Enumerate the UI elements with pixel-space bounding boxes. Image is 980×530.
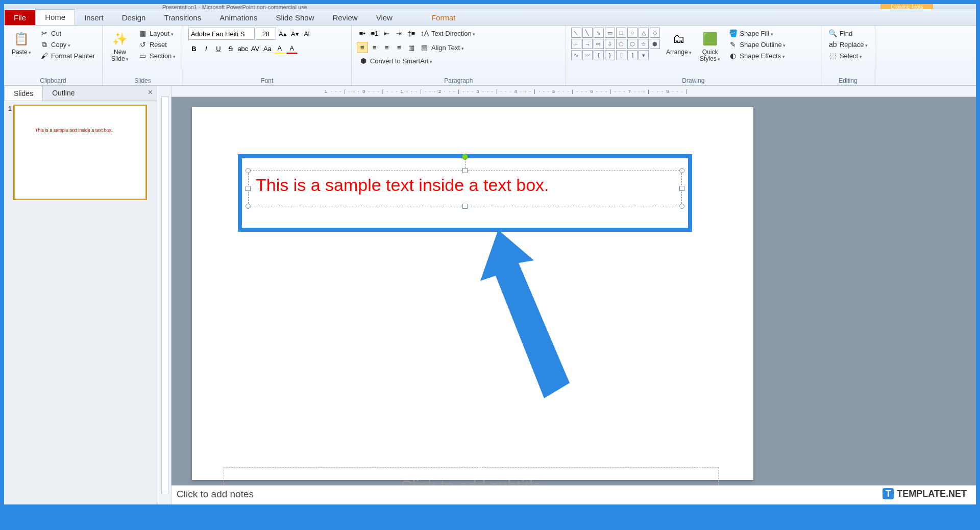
underline-button[interactable]: U: [213, 43, 224, 54]
shape-pentagon-icon[interactable]: ⬠: [616, 39, 626, 49]
canvas-area: 1 · · · | · · · 0 · · · | · · · 1 · · · …: [172, 86, 976, 504]
resize-handle-sw[interactable]: [246, 204, 251, 209]
work-area: Slides Outline × 1 This is a sample text…: [4, 86, 976, 504]
annotation-arrow: [462, 230, 595, 400]
char-spacing-button[interactable]: AV: [250, 43, 261, 54]
format-painter-button[interactable]: 🖌Format Painter: [38, 50, 97, 61]
columns-button[interactable]: ▥: [406, 42, 417, 53]
shape-bracket-icon[interactable]: ⌈: [616, 50, 626, 60]
tab-design[interactable]: Design: [113, 10, 155, 25]
font-name-select[interactable]: [188, 28, 255, 40]
tab-review[interactable]: Review: [323, 10, 366, 25]
tab-home[interactable]: Home: [35, 9, 75, 25]
font-color-button[interactable]: A: [286, 43, 298, 54]
shape-star-icon[interactable]: ☆: [639, 39, 649, 49]
shape-arrow-icon[interactable]: ⇩: [605, 39, 615, 49]
subtitle-placeholder[interactable]: Click to add subtitle: [224, 467, 719, 485]
dec-indent-button[interactable]: ⇤: [381, 28, 393, 39]
text-direction-button[interactable]: ↕AText Direction: [418, 28, 477, 39]
paste-button[interactable]: 📋 Paste: [9, 28, 34, 57]
align-left-button[interactable]: ≡: [357, 42, 368, 53]
tab-slideshow[interactable]: Slide Show: [266, 10, 323, 25]
italic-button[interactable]: I: [201, 43, 212, 54]
shape-curve-icon[interactable]: 〰: [582, 50, 593, 60]
shape-square-icon[interactable]: □: [616, 28, 626, 38]
numbering-button[interactable]: ≡1: [369, 28, 380, 39]
layout-button[interactable]: ▦Layout: [136, 28, 178, 39]
select-icon: ⬚: [828, 51, 838, 60]
shape-elbow-icon[interactable]: ¬: [582, 39, 593, 49]
resize-handle-nw[interactable]: [246, 168, 251, 173]
clear-formatting-button[interactable]: A⃠: [302, 28, 313, 39]
slide-thumbnail-1[interactable]: This is a sample text inside a text box.: [14, 105, 146, 200]
shape-callout-icon[interactable]: ⬢: [650, 39, 660, 49]
arrange-button[interactable]: 🗂 Arrange: [664, 28, 694, 57]
tab-transitions[interactable]: Transitions: [155, 10, 210, 25]
canvas-scroll[interactable]: This is a sample text inside a text box.…: [172, 97, 976, 485]
shape-outline-button[interactable]: ✎Shape Outline: [726, 39, 788, 50]
tab-view[interactable]: View: [367, 10, 402, 25]
shape-arrow-icon[interactable]: ↘: [594, 28, 604, 38]
shape-brace-icon[interactable]: {: [594, 50, 604, 60]
bold-button[interactable]: B: [188, 43, 200, 54]
quick-styles-button[interactable]: 🟩 Quick Styles: [698, 28, 722, 63]
shape-effects-button[interactable]: ◐Shape Effects: [726, 50, 788, 61]
shape-fill-button[interactable]: 🪣Shape Fill: [726, 28, 788, 39]
shape-triangle-icon[interactable]: △: [639, 28, 649, 38]
align-right-button[interactable]: ≡: [381, 42, 393, 53]
highlight-color-button[interactable]: A: [274, 43, 285, 54]
slide-canvas[interactable]: This is a sample text inside a text box.…: [192, 107, 753, 480]
resize-handle-se[interactable]: [679, 204, 684, 209]
select-button[interactable]: ⬚Select: [826, 50, 870, 61]
resize-handle-n[interactable]: [462, 168, 468, 173]
reset-button[interactable]: ↺Reset: [136, 39, 178, 50]
shape-line-icon[interactable]: ╲: [582, 28, 593, 38]
shape-rect-icon[interactable]: ▭: [605, 28, 615, 38]
shape-elbow-icon[interactable]: ⌐: [571, 39, 581, 49]
find-button[interactable]: 🔍Find: [826, 28, 870, 39]
font-size-select[interactable]: [256, 28, 276, 40]
align-text-button[interactable]: ▤Align Text: [418, 42, 466, 53]
shape-brace-icon[interactable]: }: [605, 50, 615, 60]
grow-font-button[interactable]: A▴: [277, 28, 288, 39]
change-case-button[interactable]: Aa: [262, 43, 273, 54]
shape-bracket-icon[interactable]: ⌉: [627, 50, 638, 60]
shape-diamond-icon[interactable]: ◇: [650, 28, 660, 38]
copy-button[interactable]: ⧉Copy: [38, 39, 97, 50]
cut-button[interactable]: ✂Cut: [38, 28, 97, 39]
replace-button[interactable]: abReplace: [826, 39, 870, 50]
shapes-gallery[interactable]: ＼ ╲ ↘ ▭ □ ○ △ ◇ ⌐ ¬ ⇨ ⇩ ⬠ ⬡ ☆ ⬢ ∿: [571, 28, 660, 60]
inc-indent-button[interactable]: ⇥: [394, 28, 405, 39]
bullets-button[interactable]: ≡•: [357, 28, 368, 39]
shape-line-icon[interactable]: ＼: [571, 28, 581, 38]
section-button[interactable]: ▭Section: [136, 50, 178, 61]
slides-tab[interactable]: Slides: [4, 86, 43, 101]
justify-button[interactable]: ≡: [394, 42, 405, 53]
textbox-content[interactable]: This is a sample text inside a text box.: [249, 171, 681, 199]
line-spacing-button[interactable]: ‡≡: [406, 28, 417, 39]
strikethrough-button[interactable]: S: [225, 43, 236, 54]
resize-handle-e[interactable]: [679, 186, 684, 191]
tab-insert[interactable]: Insert: [75, 10, 113, 25]
tab-format[interactable]: Format: [422, 10, 465, 25]
outline-tab[interactable]: Outline: [43, 86, 84, 101]
new-slide-button[interactable]: ✨ New Slide: [108, 28, 132, 63]
tab-animations[interactable]: Animations: [210, 10, 266, 25]
shape-circle-icon[interactable]: ○: [627, 28, 638, 38]
align-center-button[interactable]: ≡: [369, 42, 380, 53]
file-tab[interactable]: File: [5, 10, 35, 25]
close-panel-button[interactable]: ×: [144, 86, 157, 101]
shape-hexagon-icon[interactable]: ⬡: [627, 39, 638, 49]
resize-handle-ne[interactable]: [679, 168, 684, 173]
selected-textbox[interactable]: This is a sample text inside a text box.: [248, 171, 682, 206]
group-clipboard: 📋 Paste ✂Cut ⧉Copy 🖌Format Painter Clipb…: [4, 26, 103, 85]
convert-smartart-button[interactable]: ⬢Convert to SmartArt: [357, 55, 560, 66]
notes-pane[interactable]: Click to add notes: [172, 485, 976, 504]
shape-arrow-icon[interactable]: ⇨: [594, 39, 604, 49]
shadow-button[interactable]: abc: [237, 43, 249, 54]
shape-curve-icon[interactable]: ∿: [571, 50, 581, 60]
resize-handle-s[interactable]: [462, 204, 468, 209]
resize-handle-w[interactable]: [246, 186, 251, 191]
shape-more-icon[interactable]: ▾: [639, 50, 649, 60]
shrink-font-button[interactable]: A▾: [289, 28, 301, 39]
